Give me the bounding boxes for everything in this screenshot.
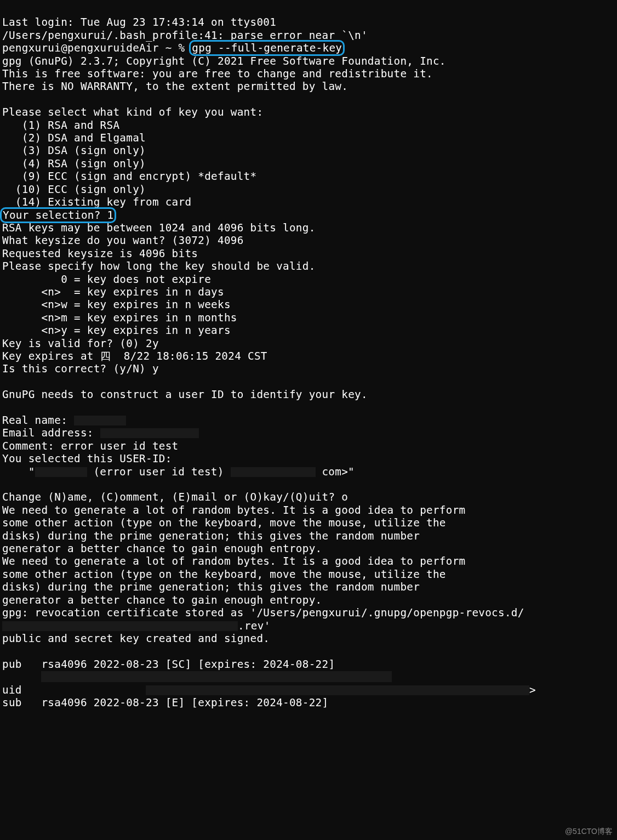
uid-construct-prompt: GnuPG needs to construct a user ID to id… <box>2 388 368 401</box>
validity-option-y: <n>y = key expires in n years <box>2 324 231 337</box>
gpg-banner-line3: There is NO WARRANTY, to the extent perm… <box>2 80 348 93</box>
rsa-range-info: RSA keys may be between 1024 and 4096 bi… <box>2 222 316 234</box>
pub-key-line: pub rsa4096 2022-08-23 [SC] [expires: 20… <box>2 658 335 671</box>
rev-ext: .rev' <box>238 620 271 632</box>
real-name-redacted <box>74 416 126 425</box>
validity-option-0: 0 = key does not expire <box>2 273 211 286</box>
uid-tail: com>" <box>316 466 355 478</box>
gpg-command[interactable]: gpg --full-generate-key <box>192 42 342 54</box>
validity-option-w: <n>w = key expires in n weeks <box>2 298 231 311</box>
uid-arrow: > <box>529 684 536 696</box>
gpg-banner-line1: gpg (GnuPG) 2.3.7; Copyright (C) 2021 Fr… <box>2 55 446 67</box>
uid-email-redacted <box>231 467 316 477</box>
requested-keysize: Requested keysize is 4096 bits <box>2 247 198 260</box>
entropy-msg-2d: generator a better chance to gain enough… <box>2 594 322 606</box>
terminal-output: Last login: Tue Aug 23 17:43:14 on ttys0… <box>0 0 617 712</box>
attribution-watermark: @51CTO博客 <box>565 827 613 837</box>
last-login-line: Last login: Tue Aug 23 17:43:14 on ttys0… <box>2 16 276 29</box>
change-prompt-input[interactable]: Change (N)ame, (C)omment, (E)mail or (O)… <box>2 491 348 503</box>
uid-line-redacted <box>146 685 529 695</box>
key-option-3: (3) DSA (sign only) <box>2 144 146 157</box>
validity-option-m: <n>m = key expires in n months <box>2 311 237 324</box>
email-address-label: Email address: <box>2 427 100 439</box>
key-option-4: (4) RSA (sign only) <box>2 157 146 170</box>
revocation-path-redacted <box>2 621 238 631</box>
your-selection-input[interactable]: Your selection? 1 <box>3 209 113 222</box>
keysize-prompt[interactable]: What keysize do you want? (3072) 4096 <box>2 234 244 247</box>
key-option-2: (2) DSA and Elgamal <box>2 132 146 144</box>
key-valid-for-input[interactable]: Key is valid for? (0) 2y <box>2 337 159 350</box>
entropy-msg-1c: disks) during the prime generation; this… <box>2 530 420 542</box>
comment-line: Comment: error user id test <box>2 440 179 452</box>
key-option-14: (14) Existing key from card <box>2 196 191 208</box>
email-redacted <box>100 428 199 438</box>
key-option-1: (1) RSA and RSA <box>2 119 119 132</box>
fingerprint-redacted <box>41 671 392 682</box>
entropy-msg-2a: We need to generate a lot of random byte… <box>2 555 466 567</box>
real-name-label: Real name: <box>2 414 74 427</box>
validity-option-n: <n> = key expires in n days <box>2 286 224 298</box>
entropy-msg-2b: some other action (type on the keyboard,… <box>2 568 446 581</box>
sub-key-line: sub rsa4096 2022-08-23 [E] [expires: 202… <box>2 696 328 709</box>
you-selected-uid: You selected this USER-ID: <box>2 452 172 465</box>
gpg-command-highlight: gpg --full-generate-key <box>189 40 345 56</box>
key-expires-at: Key expires at 四 8/22 18:06:15 2024 CST <box>2 350 267 362</box>
key-option-9: (9) ECC (sign and encrypt) *default* <box>2 170 256 183</box>
key-option-10: (10) ECC (sign only) <box>2 183 146 196</box>
uid-label: uid <box>2 684 94 696</box>
key-created-line: public and secret key created and signed… <box>2 632 270 645</box>
entropy-msg-1b: some other action (type on the keyboard,… <box>2 517 446 529</box>
uid-comment-part: (error user id test) <box>87 466 231 478</box>
is-correct-input[interactable]: Is this correct? (y/N) y <box>2 362 159 375</box>
validity-prompt: Please specify how long the key should b… <box>2 260 316 273</box>
your-selection-highlight: Your selection? 1 <box>0 207 116 223</box>
entropy-msg-1d: generator a better chance to gain enough… <box>2 542 322 555</box>
entropy-msg-2c: disks) during the prime generation; this… <box>2 581 420 593</box>
key-kind-prompt: Please select what kind of key you want: <box>2 106 263 118</box>
revocation-cert-line: gpg: revocation certificate stored as '/… <box>2 606 524 619</box>
entropy-msg-1a: We need to generate a lot of random byte… <box>2 504 466 517</box>
gpg-banner-line2: This is free software: you are free to c… <box>2 67 433 80</box>
uid-name-redacted <box>35 467 87 477</box>
shell-prompt: pengxurui@pengxuruideAir ~ % <box>2 42 191 54</box>
